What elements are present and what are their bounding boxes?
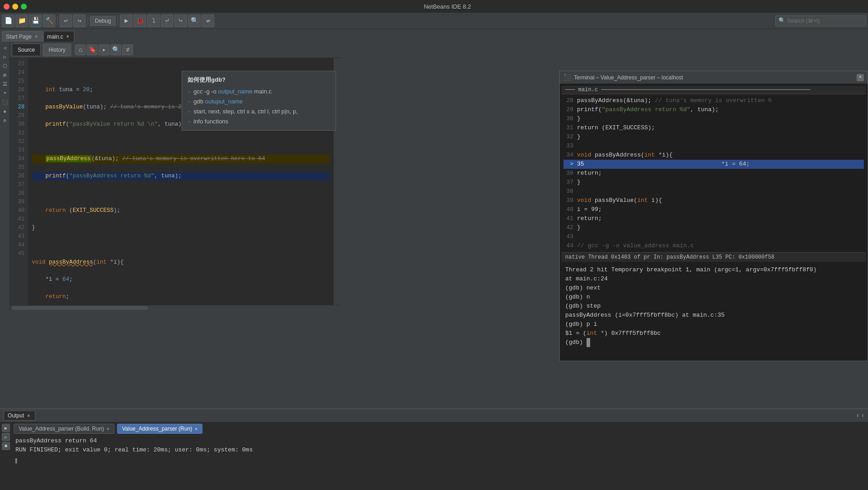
gdb-line-7: (gdb) p i (565, 320, 862, 329)
t-line-36: 36 return; (563, 169, 864, 178)
output-main: Value_Address_parser (Build, Run) × Valu… (12, 422, 868, 467)
bookmark-button[interactable]: 🔖 (87, 44, 98, 55)
tab-start-page-label: Start Page (6, 34, 32, 40)
navigate-button[interactable]: ▸ (99, 44, 109, 55)
terminal-gdb[interactable]: Thread 2 hit Temporary breakpoint 1, mai… (562, 262, 866, 351)
tab-main-c[interactable]: main.c × (43, 31, 74, 42)
terminal-title: Terminal – Value_Address_parser – localh… (574, 74, 854, 81)
output-content: passByAddress return 64 RUN FINISHED; ex… (12, 435, 868, 467)
step-over-button[interactable]: ⤵ (147, 15, 160, 27)
run-tab-build-close[interactable]: × (107, 426, 109, 431)
tab-start-page-close[interactable]: × (34, 34, 39, 39)
sidebar-icon-4[interactable]: ⊞ (1, 71, 9, 79)
source-history-bar: Source History ⌂ 🔖 ▸ 🔍 ≠ (10, 42, 341, 58)
search-box[interactable]: 🔍 (775, 15, 866, 26)
t-line-42: 42 } (563, 223, 864, 232)
tooltip-text-2: gdb outuput_name (193, 97, 242, 107)
sidebar-icon-6[interactable]: ⌖ (1, 89, 9, 97)
t-line-37: 37 } (563, 178, 864, 187)
output-tab-label: Output (8, 412, 24, 419)
terminal-title-bar: ⬛ Terminal – Value_Address_parser – loca… (560, 71, 868, 84)
t-line-43: 43 (563, 232, 864, 241)
run-btn-2[interactable]: ▶ (2, 433, 10, 441)
format-button[interactable]: ⌂ (75, 44, 86, 55)
separator-2 (88, 16, 88, 26)
h-scrollbar[interactable] (10, 305, 341, 310)
t-line-33: 33 (563, 142, 864, 151)
source-button[interactable]: Source (12, 44, 41, 56)
minimize-button[interactable] (12, 4, 18, 10)
stop-btn[interactable]: ■ (2, 442, 10, 450)
t-line-32: 32 } (563, 132, 864, 142)
sidebar-icon-1[interactable]: ◁ (1, 44, 9, 52)
tab-main-c-close[interactable]: × (65, 34, 70, 39)
gdb-line-6: passByAddress (i=0x7fff5fbff8bc) at main… (565, 311, 862, 320)
tooltip-title: 如何使用gdb? (187, 75, 330, 85)
history-button[interactable]: History (43, 44, 71, 56)
step-out-button[interactable]: ⤷ (174, 15, 187, 27)
diff-button[interactable]: ⇌ (202, 15, 214, 27)
t-line-34: 34 void passByAddress(int *i){ (563, 151, 864, 160)
find-button[interactable]: 🔍 (188, 15, 201, 27)
tooltip-text-4: info functions (193, 117, 228, 127)
title-bar: NetBeans IDE 8.2 (0, 0, 868, 13)
output-tab[interactable]: Output × (4, 411, 35, 421)
output-cursor: ▌ (15, 456, 864, 466)
terminal-code: 28 passByAddress(&tuna); // tuna's memor… (562, 94, 866, 252)
run-tab-run-close[interactable]: × (195, 426, 197, 431)
separator-3 (118, 16, 118, 26)
run-tab-build[interactable]: Value_Address_parser (Build, Run) × (14, 424, 114, 434)
output-row: ▶ ▶ ■ Value_Address_parser (Build, Run) … (0, 422, 868, 467)
toolbar: 📄 📁 💾 🔨 ↩ ↪ Debug ▶ 🐞 ⤵ ⤶ ⤷ 🔍 ⇌ 🔍 (0, 13, 868, 29)
sidebar-icon-7[interactable]: ⬛ (1, 98, 9, 106)
t-line-31: 31 return (EXIT_SUCCESS); (563, 123, 864, 132)
new-file-button[interactable]: 📄 (2, 15, 15, 27)
run-button[interactable]: ▶ (120, 15, 133, 27)
left-sidebar: ◁ ▷ ⬡ ⊞ ☰ ⌖ ⬛ ◈ ⊙ (0, 42, 10, 310)
t-line-39: 39 void passByValue(int i){ (563, 196, 864, 205)
diff-btn2[interactable]: ≠ (122, 44, 133, 55)
gdb-line-2: at main.c:24 (565, 274, 862, 284)
sidebar-icon-8[interactable]: ◈ (1, 107, 9, 115)
output-tab-close[interactable]: × (26, 413, 31, 418)
t-line-41: 41 return; (563, 214, 864, 223)
app-title: NetBeans IDE 8.2 (424, 3, 471, 10)
t-line-28: 28 passByAddress(&tuna); // tuna's memor… (563, 96, 864, 105)
t-line-44: 44 // gcc -g -o value_address main.c (563, 241, 864, 250)
undo-button[interactable]: ↩ (59, 15, 72, 27)
gdb-line-4: (gdb) n (565, 293, 862, 302)
tooltip-text-1: gcc -g -o output_name main.c (193, 87, 271, 97)
window-controls[interactable] (4, 4, 27, 10)
sidebar-icon-5[interactable]: ☰ (1, 80, 9, 88)
terminal-content[interactable]: ─── main.c ─────────────────────────────… (560, 84, 868, 361)
search-input[interactable] (787, 18, 863, 24)
close-button[interactable] (4, 4, 10, 10)
run-tab-run[interactable]: Value_Address_parser (Run) × (117, 424, 202, 434)
save-button[interactable]: 💾 (29, 15, 42, 27)
t-line-40: 40 i = 99; (563, 205, 864, 214)
sidebar-icon-9[interactable]: ⊙ (1, 116, 9, 124)
output-line-2: RUN FINISHED; exit value 0; real time: 2… (15, 446, 864, 455)
debug-button[interactable]: 🐞 (133, 15, 146, 27)
run-btn-1[interactable]: ▶ (2, 424, 10, 432)
sidebar-icon-3[interactable]: ⬡ (1, 62, 9, 70)
output-expand[interactable]: ⬆ ⬇ (856, 412, 864, 419)
output-buttons: ▶ ▶ ■ (0, 422, 12, 467)
redo-button[interactable]: ↪ (73, 15, 86, 27)
build-button[interactable]: 🔨 (43, 15, 55, 27)
tooltip-line-1: – gcc -g -o output_name main.c (187, 87, 330, 97)
magnify-button[interactable]: 🔍 (110, 44, 121, 55)
terminal-status: native Thread 0x1403 of pr In: passByAdd… (562, 252, 866, 262)
step-into-button[interactable]: ⤶ (161, 15, 173, 27)
t-line-29: 29 printf("passByAddress return %d", tun… (563, 105, 864, 114)
run-tab-run-label: Value_Address_parser (Run) (122, 426, 192, 432)
terminal-panel: ⬛ Terminal – Value_Address_parser – loca… (559, 71, 868, 361)
gdb-line-1: Thread 2 hit Temporary breakpoint 1, mai… (565, 265, 862, 274)
terminal-close-button[interactable]: × (857, 74, 864, 81)
output-line-1: passByAddress return 64 (15, 436, 864, 446)
tab-start-page[interactable]: Start Page × (2, 31, 43, 42)
maximize-button[interactable] (21, 4, 27, 10)
sidebar-icon-2[interactable]: ▷ (1, 53, 9, 61)
open-file-button[interactable]: 📁 (15, 15, 28, 27)
gdb-line-5: (gdb) step (565, 302, 862, 311)
